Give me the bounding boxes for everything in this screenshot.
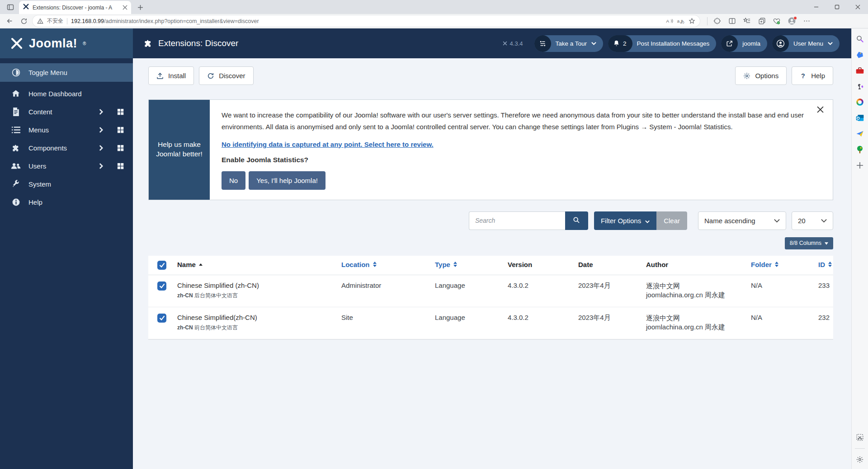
extension-name: Chinese Simplified(zh-CN) (177, 314, 341, 321)
statistics-no-button[interactable]: No (222, 171, 245, 190)
sidebar-item-content[interactable]: Content (0, 103, 133, 121)
favorite-star-icon[interactable] (689, 18, 695, 24)
profile-avatar[interactable] (786, 16, 797, 27)
list-limit-select[interactable]: 20 (792, 211, 833, 230)
more-menu-icon[interactable] (801, 16, 812, 27)
column-header-name[interactable]: Name (177, 256, 341, 273)
close-icon[interactable] (817, 106, 824, 113)
sort-asc-icon (199, 263, 203, 266)
joomla-version-icon (502, 41, 508, 46)
new-tab-button[interactable] (134, 1, 146, 14)
cell-location: Administrator (341, 275, 435, 296)
dashboard-grid-icon[interactable] (117, 163, 124, 169)
toggle-menu-button[interactable]: Toggle Menu (0, 63, 133, 82)
toolbar-divider (707, 17, 708, 25)
install-button[interactable]: Install (148, 66, 194, 85)
user-icon (772, 35, 789, 52)
extensions-icon[interactable] (712, 16, 722, 27)
messages-badge: 2 (623, 40, 627, 47)
svg-text:あ: あ (680, 19, 685, 24)
discover-button[interactable]: Discover (199, 66, 253, 85)
sidebar-microsoft365-icon[interactable] (855, 97, 865, 107)
sidebar-toolbox-icon[interactable] (855, 66, 865, 75)
options-button[interactable]: Options (735, 66, 787, 85)
collections-icon[interactable] (756, 16, 767, 27)
browser-essentials-icon[interactable] (771, 16, 782, 27)
row-checkbox[interactable] (157, 281, 166, 291)
translate-icon[interactable]: aあ (677, 18, 685, 24)
external-link-icon (721, 35, 738, 52)
user-menu-button[interactable]: User Menu (772, 35, 840, 52)
security-label[interactable]: 不安全 (47, 17, 63, 25)
read-aloud-icon[interactable]: A (665, 18, 673, 24)
sidebar-outlook-icon[interactable] (855, 113, 865, 123)
logo-registered-mark: ® (83, 41, 86, 46)
refresh-icon[interactable] (18, 15, 30, 27)
sidebar-tree-icon[interactable] (855, 145, 865, 155)
chevron-right-icon (99, 127, 103, 133)
cell-folder: N/A (751, 275, 818, 296)
upload-icon (156, 72, 164, 80)
url-divider (67, 18, 67, 24)
sidebar-item-components[interactable]: Components (0, 139, 133, 157)
columns-toggle-button[interactable]: 8/8 Columns (785, 237, 833, 249)
tab-close-icon[interactable] (123, 5, 127, 10)
toolbar-icons (703, 16, 814, 27)
dashboard-grid-icon[interactable] (117, 127, 124, 133)
sidebar-item-users[interactable]: Users (0, 157, 133, 175)
extensions-table: Name Location Type Version Date Author F… (148, 256, 833, 340)
column-header-author: Author (646, 256, 751, 273)
sidebar-item-system[interactable]: System (0, 175, 133, 193)
cell-id: 232 (818, 307, 837, 328)
page-toolbar: Install Discover (148, 66, 833, 85)
sidebar-shopping-icon[interactable] (855, 50, 865, 60)
dashboard-grid-icon[interactable] (117, 145, 124, 151)
address-bar[interactable]: 不安全 192.168.0.99/administrator/index.php… (33, 15, 700, 27)
filter-options-button[interactable]: Filter Options (594, 211, 656, 230)
close-window-icon[interactable] (847, 0, 868, 14)
gear-icon (743, 72, 750, 80)
sidebar-settings-icon[interactable] (855, 455, 865, 464)
sidebar-item-menus[interactable]: Menus (0, 121, 133, 139)
sidebar-item-home-dashboard[interactable]: Home Dashboard (0, 84, 133, 103)
favorites-bar-icon[interactable] (741, 16, 752, 27)
browser-tab[interactable]: Extensions: Discover - joomla - A (19, 1, 131, 14)
sidebar-drop-icon[interactable] (855, 129, 865, 139)
sidebar-customize-icon[interactable] (855, 160, 865, 170)
clear-button[interactable]: Clear (656, 211, 687, 230)
help-button[interactable]: ? Help (792, 66, 833, 85)
sort-select[interactable]: Name ascending (698, 211, 786, 230)
take-a-tour-button[interactable]: Take a Tour (534, 35, 604, 52)
view-site-link[interactable]: joomla (721, 35, 767, 52)
tab-actions-icon[interactable] (4, 1, 17, 13)
maximize-icon[interactable] (826, 0, 847, 14)
not-secure-warning-icon[interactable] (37, 18, 43, 24)
post-installation-messages-button[interactable]: 2 Post Installation Messages (608, 35, 716, 52)
web-capture-icon[interactable] (855, 432, 865, 442)
back-icon[interactable] (4, 15, 15, 27)
column-header-folder[interactable]: Folder (751, 256, 818, 273)
split-screen-icon[interactable] (726, 16, 737, 27)
statistics-panel: Help us make Joomla! better! We want to … (148, 99, 833, 200)
sidebar-search-icon[interactable] (855, 34, 865, 44)
statistics-review-link[interactable]: No identifying data is captured at any p… (222, 141, 434, 148)
tour-icon (534, 35, 551, 52)
column-header-type[interactable]: Type (435, 256, 508, 273)
joomla-logo[interactable]: Joomla!® (0, 28, 133, 58)
minimize-icon[interactable] (806, 0, 826, 14)
search-button[interactable] (565, 211, 588, 230)
sidebar-item-help[interactable]: Help (0, 193, 133, 211)
statistics-yes-button[interactable]: Yes, I'll help Joomla! (249, 171, 326, 190)
row-checkbox[interactable] (157, 314, 166, 323)
select-all-checkbox[interactable] (157, 261, 166, 270)
sidebar-games-icon[interactable] (855, 81, 865, 91)
column-header-version: Version (508, 256, 578, 273)
dashboard-grid-icon[interactable] (117, 108, 124, 115)
column-header-id[interactable]: ID (818, 256, 839, 273)
cell-location: Site (341, 307, 435, 328)
search-input[interactable] (469, 211, 565, 230)
search-icon (573, 216, 580, 225)
url-text[interactable]: 192.168.0.99/administrator/index.php?opt… (71, 18, 662, 24)
joomla-favicon (23, 3, 29, 12)
column-header-location[interactable]: Location (341, 256, 435, 273)
